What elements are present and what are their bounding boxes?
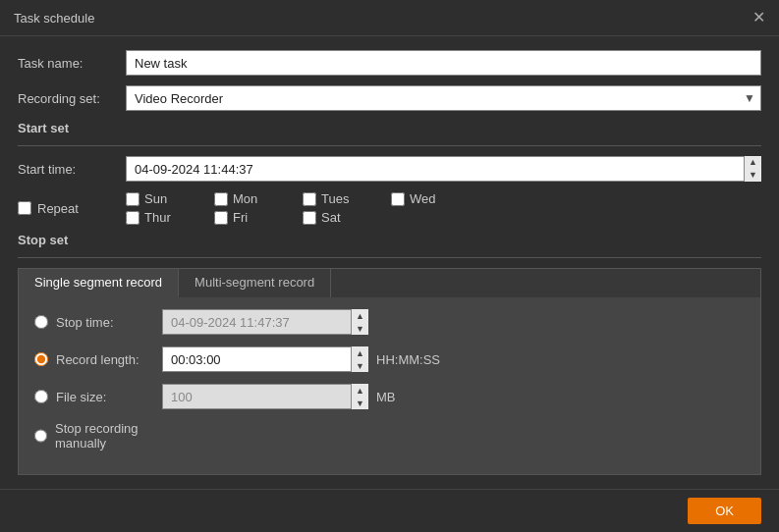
- dialog-content: Task name: Recording set: Video Recorder…: [0, 36, 779, 489]
- tabs-container: Single segment record Multi-segment reco…: [18, 268, 761, 475]
- stop-time-radio[interactable]: [34, 315, 48, 329]
- record-length-input-wrapper: ▲ ▼: [162, 346, 368, 372]
- stop-manual-label: Stop recording manually: [55, 421, 162, 451]
- task-name-row: Task name:: [18, 50, 761, 76]
- start-time-wrapper: ▲ ▼: [126, 156, 761, 182]
- tab-multi-segment[interactable]: Multi-segment record: [179, 269, 331, 297]
- start-time-spinners: ▲ ▼: [744, 156, 761, 182]
- tues-checkbox[interactable]: [303, 192, 316, 206]
- recording-set-row: Recording set: Video Recorder ▼: [18, 85, 761, 111]
- start-divider: [18, 145, 761, 146]
- file-size-up-btn[interactable]: ▲: [352, 384, 368, 397]
- file-size-input-wrapper: ▲ ▼: [162, 384, 368, 409]
- ok-bar: OK: [0, 489, 779, 532]
- record-length-up-btn[interactable]: ▲: [352, 346, 368, 359]
- record-length-radio[interactable]: [34, 352, 48, 366]
- sun-checkbox[interactable]: [126, 192, 139, 206]
- task-name-input[interactable]: [126, 50, 761, 76]
- wed-checkbox[interactable]: [391, 192, 405, 206]
- day-sat: Sat: [303, 210, 381, 225]
- stop-time-down-btn[interactable]: ▼: [352, 322, 368, 335]
- thur-label: Thur: [144, 210, 171, 225]
- task-schedule-dialog: Task schedule ✕ Task name: Recording set…: [0, 0, 779, 532]
- fri-checkbox[interactable]: [214, 211, 228, 225]
- day-wed: Wed: [391, 191, 470, 206]
- start-time-label: Start time:: [18, 162, 126, 177]
- title-bar: Task schedule ✕: [0, 0, 779, 36]
- wed-label: Wed: [410, 191, 436, 206]
- start-time-input[interactable]: [126, 156, 761, 182]
- days-row-1: Sun Mon Tues Wed: [126, 191, 470, 206]
- file-size-row: File size: ▲ ▼ MB: [34, 384, 745, 409]
- close-button[interactable]: ✕: [752, 10, 765, 26]
- dialog-title: Task schedule: [14, 11, 94, 26]
- stop-divider: [18, 257, 761, 258]
- start-time-down-btn[interactable]: ▼: [745, 169, 761, 182]
- days-grid: Sun Mon Tues Wed: [126, 191, 470, 225]
- sat-checkbox[interactable]: [303, 211, 316, 225]
- sun-label: Sun: [144, 191, 167, 206]
- stop-manual-radio[interactable]: [34, 429, 47, 443]
- stop-time-spinners: ▲ ▼: [351, 309, 368, 335]
- record-length-row: Record length: ▲ ▼ HH:MM:SS: [34, 346, 745, 372]
- file-size-label: File size:: [56, 390, 106, 404]
- record-length-radio-wrap: Record length:: [34, 352, 162, 367]
- stop-time-row: Stop time: ▲ ▼: [34, 309, 745, 335]
- day-sun: Sun: [126, 191, 204, 206]
- stop-time-label: Stop time:: [56, 315, 114, 330]
- repeat-row: Repeat Sun Mon Tues: [18, 191, 761, 225]
- sat-label: Sat: [321, 210, 341, 225]
- tab-content: Stop time: ▲ ▼ Record length:: [19, 297, 760, 474]
- start-set-header: Start set: [18, 121, 761, 135]
- thur-checkbox[interactable]: [126, 211, 139, 225]
- stop-manual-radio-wrap: Stop recording manually: [34, 421, 162, 451]
- fri-label: Fri: [233, 210, 248, 225]
- record-length-down-btn[interactable]: ▼: [352, 359, 368, 372]
- repeat-label: Repeat: [37, 201, 79, 216]
- days-row-2: Thur Fri Sat: [126, 210, 470, 225]
- repeat-checkbox[interactable]: [18, 201, 31, 215]
- file-size-unit: MB: [376, 390, 396, 404]
- ok-button[interactable]: OK: [688, 498, 761, 524]
- start-time-row: Start time: ▲ ▼: [18, 156, 761, 182]
- mon-label: Mon: [233, 191, 257, 206]
- stop-manual-row: Stop recording manually: [34, 421, 745, 451]
- tab-single-segment[interactable]: Single segment record: [19, 269, 179, 297]
- record-length-unit: HH:MM:SS: [376, 352, 440, 367]
- task-name-label: Task name:: [18, 56, 126, 71]
- record-length-input[interactable]: [162, 346, 368, 372]
- start-time-up-btn[interactable]: ▲: [745, 156, 761, 169]
- day-tues: Tues: [303, 191, 381, 206]
- stop-time-input[interactable]: [162, 309, 368, 335]
- repeat-checkbox-area: Repeat: [18, 201, 126, 216]
- stop-set-header: Stop set: [18, 233, 761, 247]
- day-fri: Fri: [214, 210, 293, 225]
- mon-checkbox[interactable]: [214, 192, 228, 206]
- day-mon: Mon: [214, 191, 293, 206]
- stop-time-up-btn[interactable]: ▲: [352, 309, 368, 322]
- recording-set-wrapper: Video Recorder ▼: [126, 85, 761, 111]
- record-length-label: Record length:: [56, 352, 139, 367]
- tues-label: Tues: [321, 191, 349, 206]
- stop-time-radio-wrap: Stop time:: [34, 315, 162, 330]
- file-size-input[interactable]: [162, 384, 368, 409]
- recording-set-label: Recording set:: [18, 91, 126, 106]
- day-thur: Thur: [126, 210, 204, 225]
- file-size-radio-wrap: File size:: [34, 390, 162, 404]
- record-length-spinners: ▲ ▼: [351, 346, 368, 372]
- file-size-spinners: ▲ ▼: [351, 384, 368, 409]
- file-size-down-btn[interactable]: ▼: [352, 397, 368, 409]
- stop-time-input-wrapper: ▲ ▼: [162, 309, 368, 335]
- recording-set-select[interactable]: Video Recorder: [126, 85, 761, 111]
- file-size-radio[interactable]: [34, 390, 48, 403]
- tabs-header: Single segment record Multi-segment reco…: [19, 269, 760, 297]
